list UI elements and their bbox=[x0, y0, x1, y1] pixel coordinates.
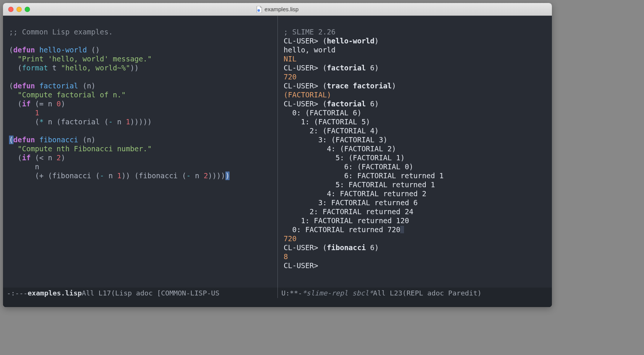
svg-point-0 bbox=[257, 9, 260, 12]
keyword-defun: defun bbox=[13, 136, 35, 144]
editor-body: ;; Common Lisp examples. (defun hello-wo… bbox=[3, 16, 552, 307]
position-indicator: All L17 bbox=[82, 289, 111, 297]
repl-banner: ; SLIME 2.26 bbox=[284, 28, 336, 36]
trace-line: 5: FACTORIAL returned 1 bbox=[284, 180, 435, 189]
close-icon[interactable] bbox=[8, 7, 13, 12]
trace-line: 0: FACTORIAL returned 720 bbox=[284, 225, 401, 234]
trace-line: 1: FACTORIAL returned 120 bbox=[284, 216, 409, 225]
repl-prompt: CL-USER> bbox=[284, 64, 323, 72]
trace-line: 4: (FACTORIAL 2) bbox=[284, 145, 396, 153]
mode-indicator: (Lisp adoc [COMMON-LISP-US bbox=[111, 289, 219, 297]
repl-result: 720 bbox=[284, 73, 297, 81]
trace-line: 2: FACTORIAL returned 24 bbox=[284, 207, 414, 216]
fn-name: factorial bbox=[39, 82, 78, 90]
repl-prompt: CL-USER> bbox=[284, 261, 323, 270]
docstring: "Print 'hello, world' message." bbox=[9, 55, 152, 63]
repl-pane[interactable]: ; SLIME 2.26 CL-USER> (hello-world) hell… bbox=[278, 16, 552, 288]
buffer-name: examples.lisp bbox=[28, 289, 82, 297]
repl-prompt: CL-USER> bbox=[284, 243, 323, 252]
trace-line: 6: FACTORIAL returned 1 bbox=[284, 172, 444, 180]
source-pane[interactable]: ;; Common Lisp examples. (defun hello-wo… bbox=[3, 16, 278, 288]
repl-result: 8 bbox=[284, 252, 288, 261]
buffer-name: *slime-repl sbcl* bbox=[302, 289, 373, 297]
mode-line-prefix: -:--- bbox=[7, 289, 28, 297]
cursor-mark: ( bbox=[9, 136, 13, 144]
trace-line: 0: (FACTORIAL 6) bbox=[284, 109, 362, 117]
zoom-icon[interactable] bbox=[25, 7, 30, 12]
minimize-icon[interactable] bbox=[16, 7, 22, 12]
mode-lines: -:--- examples.lisp All L17 (Lisp adoc [… bbox=[3, 288, 552, 298]
repl-result: 720 bbox=[284, 234, 297, 243]
trace-line: 1: (FACTORIAL 5) bbox=[284, 118, 370, 126]
repl-prompt: CL-USER> bbox=[284, 37, 323, 45]
split-panes: ;; Common Lisp examples. (defun hello-wo… bbox=[3, 16, 552, 288]
document-icon bbox=[256, 6, 262, 13]
repl-prompt: CL-USER> bbox=[284, 100, 323, 108]
echo-area[interactable] bbox=[3, 298, 552, 307]
docstring: "Compute factorial of n." bbox=[9, 91, 126, 99]
window-title-text: examples.lisp bbox=[265, 6, 299, 12]
titlebar[interactable]: examples.lisp bbox=[3, 3, 552, 16]
repl-output: hello, world bbox=[284, 46, 336, 54]
region-mark bbox=[400, 226, 404, 233]
repl-prompt: CL-USER> bbox=[284, 82, 323, 90]
trace-line: 4: FACTORIAL returned 2 bbox=[284, 189, 426, 198]
editor-window: examples.lisp ;; Common Lisp examples. (… bbox=[3, 3, 552, 307]
keyword-defun: defun bbox=[13, 82, 35, 90]
mode-line-left[interactable]: -:--- examples.lisp All L17 (Lisp adoc [… bbox=[3, 289, 277, 297]
trace-line: 5: (FACTORIAL 1) bbox=[284, 154, 405, 162]
docstring: "Compute nth Fibonacci number." bbox=[9, 145, 152, 153]
trace-line: 3: (FACTORIAL 3) bbox=[284, 136, 388, 144]
position-indicator: All L23 bbox=[373, 289, 402, 297]
fn-name: hello-world bbox=[39, 46, 87, 54]
mode-line-right[interactable]: U:**- *slime-repl sbcl* All L23 (REPL ad… bbox=[278, 289, 552, 297]
mode-line-prefix: U:**- bbox=[282, 289, 303, 297]
fn-name: fibonacci bbox=[39, 136, 78, 144]
window-title: examples.lisp bbox=[3, 6, 552, 13]
comment-line: ;; Common Lisp examples. bbox=[9, 28, 113, 36]
trace-line: 3: FACTORIAL returned 6 bbox=[284, 198, 418, 207]
matching-paren: ) bbox=[225, 172, 230, 180]
trace-line: 6: (FACTORIAL 0) bbox=[284, 163, 414, 171]
repl-result: NIL bbox=[284, 55, 297, 63]
window-controls bbox=[3, 7, 30, 12]
keyword-defun: defun bbox=[13, 46, 35, 54]
trace-line: 2: (FACTORIAL 4) bbox=[284, 127, 379, 135]
mode-indicator: (REPL adoc Paredit) bbox=[402, 289, 482, 297]
repl-result: (FACTORIAL) bbox=[284, 91, 331, 99]
